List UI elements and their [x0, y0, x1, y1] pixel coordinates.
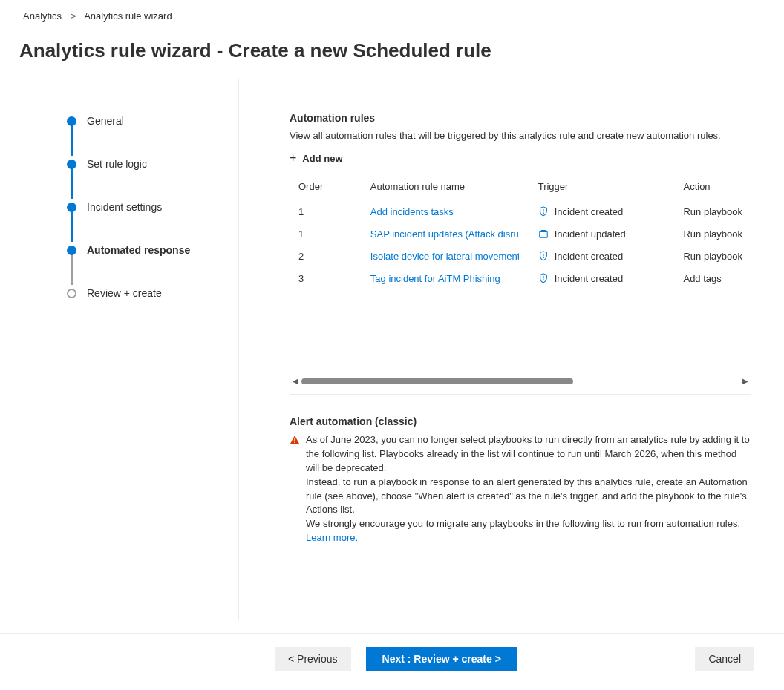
- header-order[interactable]: Order: [290, 175, 362, 200]
- plus-icon: +: [290, 151, 296, 165]
- table-row[interactable]: 1 SAP incident updates (Attack disruptic…: [290, 223, 751, 245]
- update-icon: [538, 229, 549, 239]
- step-incident-settings[interactable]: Incident settings: [67, 201, 238, 213]
- step-label: Review + create: [87, 287, 162, 299]
- warning-icon: [290, 435, 300, 545]
- step-label: General: [87, 115, 124, 127]
- table-row[interactable]: 3 Tag incident for AiTM Phishing Inciden…: [290, 267, 751, 289]
- svg-point-3: [543, 280, 543, 280]
- header-action[interactable]: Action: [674, 175, 751, 200]
- cell-action: Run playbook: [683, 251, 742, 262]
- breadcrumb: Analytics > Analytics rule wizard: [0, 0, 784, 29]
- step-automated-response[interactable]: Automated response: [67, 244, 238, 256]
- rule-name-link[interactable]: Add incidents tasks: [370, 206, 454, 217]
- alert-automation-title: Alert automation (classic): [290, 415, 751, 427]
- scroll-track[interactable]: [301, 378, 739, 384]
- rule-name-link[interactable]: Tag incident for AiTM Phishing: [370, 273, 500, 284]
- cell-order: 1: [290, 200, 362, 223]
- trigger-text: Incident created: [555, 273, 624, 284]
- page-title: Analytics rule wizard - Create a new Sch…: [0, 29, 784, 79]
- rule-name-link[interactable]: Isolate device for lateral movement ta: [370, 251, 519, 262]
- breadcrumb-separator: >: [71, 10, 76, 22]
- step-label: Incident settings: [87, 201, 162, 213]
- cell-order: 2: [290, 245, 362, 267]
- step-label: Set rule logic: [87, 158, 147, 170]
- cell-order: 3: [290, 267, 362, 289]
- step-label: Automated response: [87, 244, 190, 256]
- alert-text: As of June 2023, you can no longer selec…: [306, 433, 751, 545]
- next-button[interactable]: Next : Review + create >: [366, 647, 517, 671]
- add-new-button[interactable]: + Add new: [290, 151, 784, 165]
- scroll-thumb[interactable]: [301, 378, 573, 384]
- svg-point-2: [543, 257, 543, 258]
- svg-rect-4: [294, 438, 295, 441]
- step-general[interactable]: General: [67, 115, 238, 127]
- previous-button[interactable]: < Previous: [275, 647, 351, 671]
- trigger-text: Incident created: [555, 206, 624, 217]
- svg-rect-1: [539, 231, 547, 237]
- cell-action: Run playbook: [683, 206, 742, 217]
- scroll-left-icon[interactable]: ◀: [290, 377, 301, 385]
- table-row[interactable]: 1 Add incidents tasks Incident created R…: [290, 200, 751, 223]
- automation-rules-desc: View all automation rules that will be t…: [290, 130, 784, 141]
- automation-rules-table: Order Automation rule name Trigger Actio…: [290, 175, 751, 289]
- wizard-footer: < Previous Next : Review + create > Canc…: [0, 633, 784, 690]
- divider: [290, 394, 751, 395]
- shield-icon: [538, 206, 549, 217]
- cell-order: 1: [290, 223, 362, 245]
- scroll-right-icon[interactable]: ▶: [739, 377, 751, 385]
- cell-action: Run playbook: [683, 229, 742, 240]
- breadcrumb-root[interactable]: Analytics: [23, 10, 62, 22]
- header-trigger[interactable]: Trigger: [529, 175, 675, 200]
- learn-more-link[interactable]: Learn more.: [306, 532, 358, 543]
- automation-rules-title: Automation rules: [290, 112, 784, 124]
- rule-name-link[interactable]: SAP incident updates (Attack disruptic: [370, 229, 519, 240]
- horizontal-scrollbar[interactable]: ◀ ▶: [290, 377, 751, 385]
- wizard-steps: General Set rule logic Incident settings…: [0, 79, 239, 620]
- svg-rect-5: [294, 442, 295, 443]
- shield-icon: [538, 273, 549, 283]
- header-name[interactable]: Automation rule name: [362, 175, 529, 200]
- svg-point-0: [543, 213, 543, 214]
- step-set-rule-logic[interactable]: Set rule logic: [67, 158, 238, 170]
- trigger-text: Incident updated: [555, 229, 626, 240]
- breadcrumb-current: Analytics rule wizard: [84, 10, 172, 22]
- cell-action: Add tags: [683, 273, 721, 284]
- cancel-button[interactable]: Cancel: [695, 647, 754, 671]
- shield-icon: [538, 251, 549, 261]
- trigger-text: Incident created: [555, 251, 624, 262]
- step-review-create[interactable]: Review + create: [67, 287, 238, 299]
- add-new-label: Add new: [302, 153, 342, 164]
- table-row[interactable]: 2 Isolate device for lateral movement ta…: [290, 245, 751, 267]
